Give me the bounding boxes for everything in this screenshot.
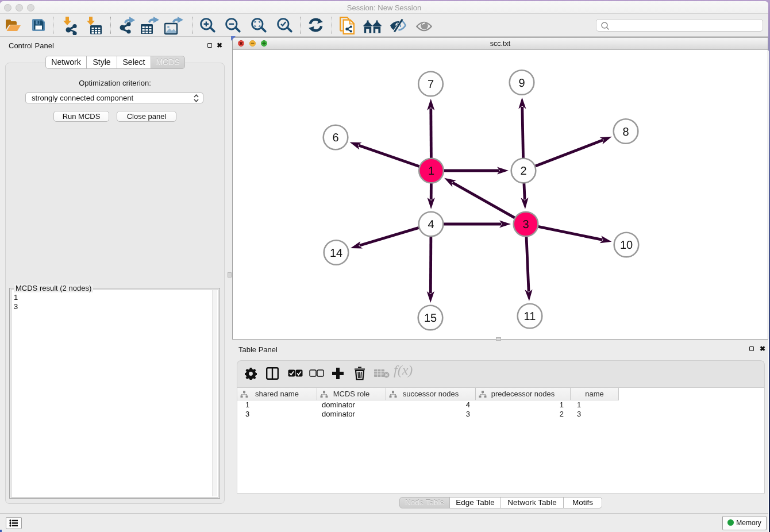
svg-text:1: 1: [428, 165, 434, 178]
svg-text:3: 3: [522, 218, 529, 231]
svg-text:7: 7: [428, 78, 434, 91]
svg-text:4: 4: [428, 218, 434, 231]
svg-text:15: 15: [424, 312, 437, 325]
svg-text:8: 8: [622, 126, 629, 138]
svg-text:6: 6: [332, 132, 338, 144]
svg-text:11: 11: [524, 310, 536, 323]
svg-text:9: 9: [518, 77, 525, 90]
svg-text:14: 14: [330, 247, 342, 260]
svg-text:10: 10: [620, 239, 633, 252]
svg-text:2: 2: [520, 165, 526, 178]
